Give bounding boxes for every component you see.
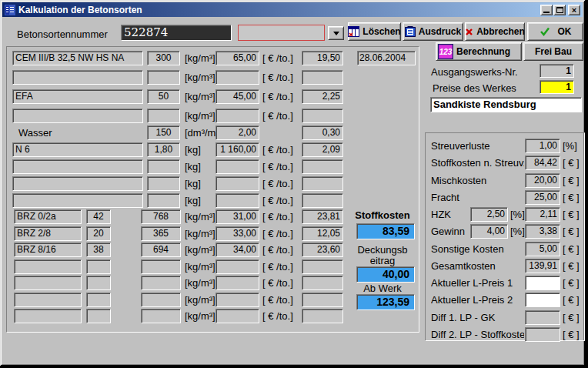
material-price-field[interactable]: 45,00 — [215, 89, 259, 104]
ok-button[interactable]: OK — [527, 22, 583, 41]
aggregate-pct-field[interactable]: 20 — [86, 226, 111, 241]
material-name-field[interactable] — [12, 70, 143, 85]
material-name-field[interactable] — [12, 193, 143, 208]
loeschen-button[interactable]: Löschen — [348, 22, 401, 41]
material-unit-label: [kg] — [185, 144, 201, 156]
material-name-field[interactable]: EFA — [12, 89, 143, 104]
material-price-field[interactable] — [215, 159, 259, 174]
calc-123-icon: 123 — [438, 44, 453, 59]
aggregate-weight-field: 768 — [141, 209, 181, 224]
cost-row-label: Sonstige Kosten — [431, 243, 524, 255]
material-qty-field[interactable] — [147, 70, 180, 85]
abbrechen-label: Abbrechen — [476, 26, 525, 37]
cost-value-field: 139,91 — [525, 259, 560, 273]
aggregate-cost-field — [302, 293, 343, 307]
material-price-unit-label: [ € /to.] — [262, 178, 293, 189]
cost-value-field[interactable] — [525, 276, 560, 290]
aggregate-name-field[interactable]: BRZ 0/2a — [14, 209, 82, 224]
cost-pct-field[interactable]: 2,50 — [470, 207, 508, 222]
aggregate-price-field[interactable] — [215, 276, 259, 290]
aggregate-name-field[interactable]: BRZ 2/8 — [14, 226, 82, 241]
material-qty-field[interactable]: 150 — [147, 125, 180, 140]
aggregate-name-field[interactable] — [14, 276, 82, 290]
material-unit-label: [kg/m³] — [185, 91, 215, 102]
aggregate-pct-field[interactable] — [86, 259, 111, 274]
material-price-unit-label: [ € /to.] — [262, 110, 293, 122]
aggregate-cost-field: 12,05 — [302, 226, 343, 241]
aggregate-price-field[interactable] — [215, 259, 259, 274]
cost-unit-label: [%] — [563, 140, 577, 152]
material-name-field[interactable] — [12, 109, 143, 123]
aggregate-price-field[interactable] — [215, 309, 259, 323]
betonsorte-lookup-field[interactable] — [238, 25, 325, 41]
material-qty-field[interactable]: 1,80 — [147, 142, 180, 157]
aggregate-weight-field: 365 — [141, 226, 181, 241]
betonsortennummer-input[interactable]: 522874 — [121, 25, 232, 41]
material-price-field[interactable] — [215, 109, 259, 123]
ausdruck-button[interactable]: Ausdruck — [403, 22, 463, 41]
material-qty-field[interactable] — [147, 176, 180, 191]
close-button[interactable]: × — [568, 5, 580, 15]
aggregate-price-field[interactable] — [215, 293, 259, 307]
aggregate-name-field[interactable] — [14, 259, 82, 274]
material-price-field[interactable] — [215, 193, 259, 208]
cost-value-field[interactable]: 20,00 — [525, 173, 560, 188]
material-name-field[interactable] — [12, 176, 143, 191]
deckungsbeitrag-label-line2: eitrag — [348, 255, 417, 266]
cost-value-field[interactable] — [525, 293, 560, 307]
cost-pct-field[interactable]: 4,00 — [470, 224, 508, 239]
cost-value-field[interactable]: 5,00 — [525, 242, 560, 256]
preise-des-werkes-field[interactable]: 1 — [540, 80, 574, 94]
aggregate-pct-field[interactable]: 42 — [86, 209, 111, 224]
cost-unit-label: [ € ] — [563, 175, 580, 186]
deckungsbeitrag-label-line1: Deckungsb — [348, 244, 417, 256]
material-price-unit-label: [ € /to.] — [262, 144, 293, 156]
aggregate-pct-field[interactable] — [86, 276, 111, 290]
aggregate-name-field[interactable] — [14, 309, 82, 323]
minimize-button[interactable] — [540, 5, 553, 15]
cost-value-field[interactable]: 25,00 — [525, 190, 560, 205]
price-date-field[interactable]: 28.06.2004 — [357, 51, 416, 65]
deckungsbeitrag-value: 40,00 — [356, 266, 415, 283]
stoffkosten-label: Stoffkosten — [348, 209, 417, 221]
maximize-button[interactable] — [553, 5, 566, 15]
cost-unit-label: [ € ] — [563, 294, 580, 306]
cost-unit-label: [ € ] — [563, 329, 580, 340]
maximize-icon — [556, 7, 563, 13]
material-name-field[interactable]: N 6 — [12, 142, 143, 157]
aggregate-pct-field[interactable] — [86, 293, 111, 307]
material-qty-field[interactable] — [147, 159, 180, 174]
material-name-field[interactable] — [12, 159, 143, 174]
material-name-field[interactable]: CEM III/B 32,5 NW HS NA — [12, 51, 143, 65]
material-qty-field[interactable] — [147, 109, 180, 123]
aggregate-name-field[interactable] — [14, 293, 82, 307]
aggregate-price-field[interactable]: 31,00 — [215, 209, 259, 224]
frei-bau-button[interactable]: Frei Bau — [523, 42, 583, 61]
dropdown-arrow-icon — [333, 32, 339, 38]
material-qty-field[interactable]: 300 — [147, 51, 180, 65]
cost-row-label: Mischkosten — [431, 175, 524, 186]
abbrechen-button[interactable]: Abbrechen — [465, 22, 525, 41]
aggregate-price-field[interactable]: 34,00 — [215, 243, 259, 257]
material-price-unit-label: [ € /to.] — [262, 161, 293, 172]
werk-name-field: Sandkiste Rendsburg — [430, 97, 582, 112]
berechnung-button[interactable]: 123 Berechnung — [436, 42, 522, 61]
material-price-field[interactable] — [215, 176, 259, 191]
aggregate-price-field[interactable]: 33,00 — [215, 226, 259, 241]
aggregate-pct-field[interactable] — [86, 309, 111, 323]
material-price-field[interactable]: 65,00 — [215, 51, 259, 65]
material-qty-field[interactable]: 50 — [147, 89, 180, 104]
aggregate-name-field[interactable]: BRZ 8/16 — [14, 243, 82, 257]
titlebar[interactable]: Kalkulation der Betonsorten × — [2, 2, 583, 17]
material-price-unit-label: [ € /to.] — [262, 72, 293, 83]
aggregate-weight-field — [141, 293, 181, 307]
material-price-field[interactable] — [215, 70, 259, 85]
aggregate-cost-field: 23,81 — [302, 209, 343, 224]
cost-value-field[interactable]: 1,00 — [525, 139, 560, 153]
material-cost-field: 2,25 — [302, 89, 343, 104]
aggregate-pct-field[interactable]: 38 — [86, 243, 111, 257]
material-price-field[interactable]: 2,00 — [215, 125, 259, 140]
material-qty-field[interactable] — [147, 193, 180, 208]
material-price-field[interactable]: 1 160,00 — [215, 142, 259, 157]
betonsorte-dropdown-button[interactable] — [328, 26, 344, 40]
